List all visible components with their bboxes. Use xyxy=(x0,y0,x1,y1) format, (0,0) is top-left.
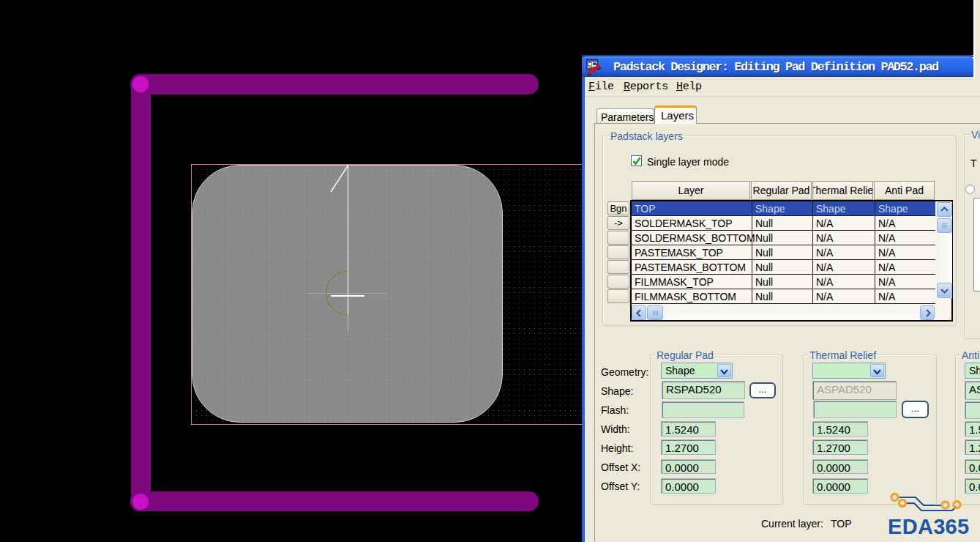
svg-text:EDA365: EDA365 xyxy=(888,515,969,538)
